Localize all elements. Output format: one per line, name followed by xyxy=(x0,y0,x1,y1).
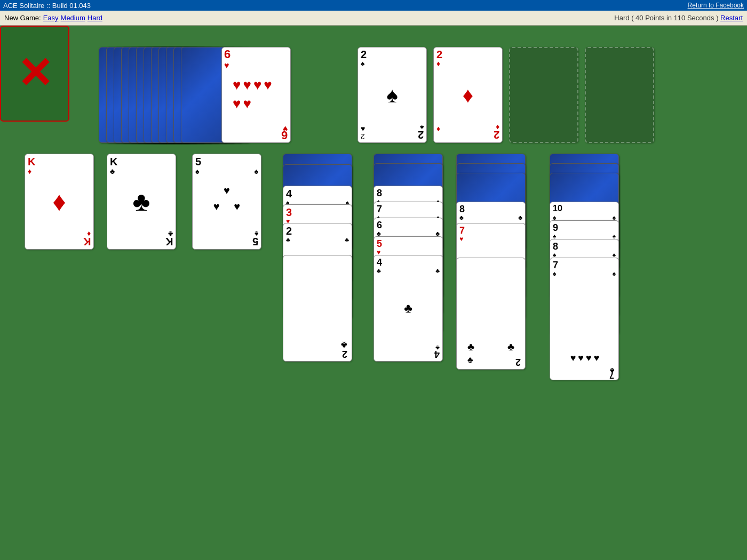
tableau-4-card-7[interactable]: ♣ 2 xyxy=(283,255,352,362)
tableau-5-card-4[interactable]: 4 ♣ ♣ ♣ ♣ 4 xyxy=(374,255,443,362)
return-to-facebook-link[interactable]: Return to Facebook xyxy=(688,2,744,9)
tableau-1-card-1[interactable]: K ♦ ♦ K ♦ xyxy=(25,154,94,250)
stock-x-icon: ✕ xyxy=(17,52,53,95)
title-bar: ACE Solitaire :: Build 01.043 Return to … xyxy=(0,0,747,11)
stock-pile[interactable]: ✕ xyxy=(0,26,69,122)
foundation-1[interactable]: 2 ♠ ♠ 2 ♠ ♥ 2 xyxy=(357,47,427,143)
waste-pile[interactable]: 6 ♥ ♥♥ ♥♥ ♥♥ 6 ♥ xyxy=(99,47,307,143)
menu-left: New Game: Easy Medium Hard xyxy=(4,14,102,22)
new-game-label: New Game: xyxy=(4,14,41,22)
tableau-3-card-1[interactable]: 5 ♠ ♠ ♥ ♥ ♥ 5 ♠ xyxy=(192,154,261,250)
medium-button[interactable]: Medium xyxy=(61,14,85,22)
menu-bar: New Game: Easy Medium Hard Hard ( 40 Poi… xyxy=(0,11,747,26)
easy-button[interactable]: Easy xyxy=(43,14,59,22)
foundation-2[interactable]: 2 ♦ ♦ 2 ♦ ♦ xyxy=(433,47,503,143)
foundation-4[interactable] xyxy=(585,47,654,143)
app-title: ACE Solitaire :: Build 01.043 xyxy=(3,2,91,10)
tableau-7-card-7[interactable]: 7 ♠ ♠ ♥♥ ♥♥ ♠ 7 xyxy=(550,258,619,380)
game-area: ✕ 6 ♥ ♥♥ ♥♥ ♥♥ 6 ♥ xyxy=(0,26,747,560)
foundation-3[interactable] xyxy=(509,47,578,143)
tableau-2-card-1[interactable]: K ♣ ♣ K ♣ xyxy=(107,154,176,250)
difficulty-info: Hard ( 40 Points in 110 Seconds ) xyxy=(614,14,718,22)
menu-right: Hard ( 40 Points in 110 Seconds ) Restar… xyxy=(614,14,743,22)
restart-button[interactable]: Restart xyxy=(720,14,743,22)
waste-top-card[interactable]: 6 ♥ ♥♥ ♥♥ ♥♥ 6 ♥ xyxy=(221,47,291,143)
tableau-6-card-bot[interactable]: ♣ ♣ ♣ 2 xyxy=(456,258,526,370)
hard-button[interactable]: Hard xyxy=(88,14,102,22)
